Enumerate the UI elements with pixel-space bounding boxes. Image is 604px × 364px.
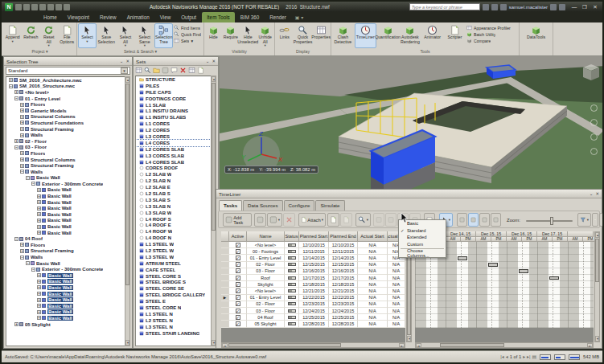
tab-item-tools[interactable]: Item Tools [202,12,235,22]
expand-icon[interactable]: + [20,108,24,112]
gantt-task-bar[interactable] [488,263,498,267]
help-icon[interactable] [559,4,565,10]
gantt-task-bar[interactable] [519,269,528,273]
set-item-steel-bridge-s[interactable]: STEEL BRIDGE S [136,280,216,286]
set-item-cafe-steel[interactable]: CAFE STEEL [136,267,216,273]
sort-sets-icon[interactable] [188,67,195,74]
navisworks-logo-icon[interactable]: N [5,3,13,11]
tree-item-sm-2016-architecture-nwc[interactable]: +SM_2016_Architecture.nwc [6,77,129,84]
task-2-status[interactable] [285,255,299,261]
undo-icon[interactable] [39,4,46,10]
task-3-name[interactable]: 02 - Floor [247,262,285,268]
sign-in-icon[interactable] [491,4,498,10]
task-active-checkbox[interactable]: ✓ [236,249,240,254]
set-item-l4-roof-w[interactable]: L4 ROOF W [136,228,216,235]
expand-icon[interactable]: + [37,219,41,223]
tab-bim-360[interactable]: BIM 360 [236,12,264,22]
set-item-l2-slab-n[interactable]: L2 SLAB N [136,178,216,184]
tree-item-generic-models[interactable]: +Generic Models [6,108,129,114]
zoom-slider[interactable] [526,220,573,222]
expand-icon[interactable]: + [20,164,24,168]
add-task-button[interactable]: Add Task [223,213,252,227]
task-11-planned_start[interactable]: 12/25/2015 [299,314,329,321]
redo-icon[interactable] [47,4,54,10]
tree-item-basic-wall[interactable]: +Basic Wall [6,279,129,285]
task-11-actual_end[interactable]: N/A [388,314,405,321]
expand-icon[interactable]: + [37,310,41,314]
task-4-planned_start[interactable]: 12/16/2015 [299,268,329,275]
panel-close-icon[interactable]: ✕ [125,59,129,63]
menu-item-standard[interactable]: Standard✓ [399,227,446,235]
navigation-bar[interactable] [588,104,600,155]
tree-item-basic-wall[interactable]: −Basic Wall [6,260,129,267]
search-icon[interactable] [483,4,489,10]
collapse-icon[interactable]: − [14,237,18,241]
task-3-planned_end[interactable]: 12/15/2015 [329,262,358,268]
tree-item-03-floor[interactable]: −03 - Floor [6,145,129,151]
task-0-planned_end[interactable]: 12/10/2015 [329,242,358,248]
expand-icon[interactable]: + [37,231,41,235]
task-1-planned_start[interactable]: 12/11/2015 [299,248,329,255]
set-item-footings-core[interactable]: FOOTINGS CORE [136,96,216,102]
tree-item-sm-2016-structure-nwc[interactable]: −SM_2016_Structure.nwc [6,84,129,90]
set-item-l1-slab[interactable]: L1 SLAB [136,102,216,108]
column-header-marker[interactable] [221,231,229,242]
panel-dock-icon[interactable]: ⌄ [206,59,210,63]
task-6-status[interactable] [285,281,299,288]
set-item-l1-insitu-slabs[interactable]: L1 INSITU SLABS [136,114,216,121]
show-gantt-button[interactable] [457,213,467,227]
timeliner-button[interactable]: TimeLiner [355,23,376,48]
column-header-actual_start[interactable]: Actual Start [358,231,388,242]
column-header-name[interactable]: Name [247,231,285,242]
collapse-icon[interactable]: − [31,268,35,272]
home-icon[interactable] [500,4,507,10]
scripter-button[interactable]: Scripter [444,23,466,48]
task-0-planned_start[interactable]: 12/10/2015 [299,242,329,248]
quick-properties-button[interactable]: Quick Properties [294,23,312,48]
task-11-active[interactable]: ✓ [229,314,247,321]
task-0-actual_start[interactable]: N/A [358,242,388,248]
set-item-l1-steel-w[interactable]: L1 STEEL W [136,241,216,247]
tree-item-basic-wall[interactable]: +Basic Wall [6,193,129,199]
task-11-name[interactable]: 04 Roof [247,314,285,321]
steering-wheel-icon[interactable] [590,104,598,112]
task-8-active[interactable]: ✓ [229,295,247,301]
tree-item-floors[interactable]: +Floors [6,150,129,157]
expand-icon[interactable]: + [9,78,13,82]
show-actual-button[interactable] [479,213,490,227]
task-3-actual_start[interactable]: N/A [358,262,388,268]
require-button[interactable]: Require [223,23,240,48]
collapse-icon[interactable]: − [14,96,18,100]
panel-dock-icon[interactable]: ⌄ [120,59,124,63]
tree-item-basic-wall[interactable]: +Basic Wall [6,187,129,194]
set-item-l4-cores[interactable]: L4 CORES [136,140,216,146]
select-same-button[interactable]: Select Same▾ [135,23,154,48]
save-sets-icon[interactable] [135,67,142,74]
set-item-l4-roof-s[interactable]: L4 ROOF S [136,216,216,223]
task-4-active[interactable]: ✓ [229,268,247,275]
animator-button[interactable]: Animator [421,23,443,48]
tree-item-walls[interactable]: +Walls [6,132,129,138]
expand-icon[interactable]: + [37,273,41,277]
restore-button[interactable]: ❐ [581,4,589,10]
task-9-planned_start[interactable]: 12/23/2015 [299,301,329,308]
compare-button[interactable]: Compare [466,38,518,43]
set-item-l1-steel-n[interactable]: L1 STEEL N [136,311,216,317]
select-qat-icon[interactable] [64,4,70,10]
task-7-name[interactable]: <No level> [247,288,285,294]
task-1-name[interactable]: 00 - Footings [247,248,285,255]
task-12-actual_start[interactable]: N/A [358,321,388,327]
task-5-actual_start[interactable]: N/A [358,275,388,281]
tree-item-exterior-300mm-concrete[interactable]: −Exterior - 300mm Concrete [6,181,129,187]
task-10-planned_end[interactable]: 12/24/2015 [329,308,358,314]
task-5-planned_start[interactable]: 12/17/2015 [299,275,329,281]
table-hscrollbar[interactable]: ◂▸ [221,342,405,348]
export-gantt-button[interactable] [592,213,598,227]
task-active-checkbox[interactable]: ✓ [236,321,240,326]
collapse-icon[interactable]: − [9,84,13,88]
tree-item-basic-wall[interactable]: +Basic Wall [6,272,129,279]
refresh-button[interactable]: Refresh [23,23,40,48]
insert-task-button[interactable] [254,213,266,227]
task-5-actual_end[interactable]: N/A [388,275,405,281]
set-item-l1-insitu-drains[interactable]: L1 INSITU DRAINS [136,108,216,114]
